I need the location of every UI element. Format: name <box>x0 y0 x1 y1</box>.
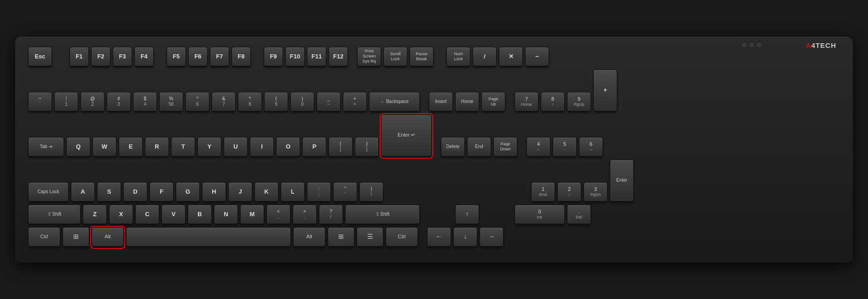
key-np4[interactable]: 4← <box>527 137 550 157</box>
key-quote[interactable]: "' <box>333 182 357 202</box>
key-np-enter[interactable]: Enter <box>610 160 634 202</box>
key-semicolon[interactable]: :; <box>307 182 331 202</box>
key-np-sub[interactable]: − <box>525 47 549 67</box>
key-0[interactable]: )0 <box>290 92 314 112</box>
key-f10[interactable]: F10 <box>285 47 305 67</box>
key-rbracket[interactable]: }] <box>355 137 379 157</box>
key-np6[interactable]: 6→ <box>579 137 603 157</box>
key-f4[interactable]: F4 <box>134 47 154 67</box>
key-pause[interactable]: PauseBreak <box>410 47 434 67</box>
key-tilde[interactable]: ~` <box>28 92 52 112</box>
key-s[interactable]: S <box>97 182 121 202</box>
key-pgup[interactable]: PageUp <box>481 92 505 112</box>
key-np3[interactable]: 3PgDn <box>584 182 608 202</box>
key-arrow-right[interactable]: → <box>480 227 503 247</box>
key-f9[interactable]: F9 <box>264 47 283 67</box>
key-c[interactable]: C <box>135 205 159 225</box>
key-scrlk[interactable]: ScrollLock <box>383 47 407 67</box>
key-rctrl[interactable]: Ctrl <box>386 227 418 247</box>
key-f6[interactable]: F6 <box>188 47 208 67</box>
key-arrow-down[interactable]: ↓ <box>453 227 477 247</box>
key-backslash[interactable]: |\ <box>359 182 383 202</box>
key-f5[interactable]: F5 <box>167 47 186 67</box>
key-space[interactable] <box>126 227 291 247</box>
key-9[interactable]: (9 <box>264 92 288 112</box>
key-x[interactable]: X <box>109 205 133 225</box>
key-f7[interactable]: F7 <box>210 47 229 67</box>
key-rshift[interactable]: ⇧ Shift <box>345 205 420 225</box>
key-capslock[interactable]: Caps Lock <box>28 182 69 202</box>
key-8[interactable]: *8 <box>238 92 262 112</box>
key-3[interactable]: #3 <box>107 92 131 112</box>
key-rwin[interactable]: ⊞ <box>328 227 354 247</box>
key-esc[interactable]: Esc <box>28 47 52 67</box>
key-w[interactable]: W <box>93 137 116 157</box>
key-lwin[interactable]: ⊞ <box>63 227 89 247</box>
key-j[interactable]: J <box>228 182 252 202</box>
key-slash[interactable]: ?/ <box>319 205 343 225</box>
key-np-dot[interactable]: .Del <box>567 205 591 225</box>
key-lbracket[interactable]: {[ <box>329 137 353 157</box>
key-f2[interactable]: F2 <box>91 47 110 67</box>
key-comma[interactable]: <, <box>266 205 290 225</box>
key-f11[interactable]: F11 <box>307 47 326 67</box>
key-numlk[interactable]: NumLock <box>446 47 470 67</box>
key-tab[interactable]: Tab ⇥ <box>28 137 64 157</box>
key-period[interactable]: >. <box>293 205 317 225</box>
key-k[interactable]: K <box>255 182 278 202</box>
key-y[interactable]: Y <box>197 137 221 157</box>
key-equals[interactable]: += <box>343 92 367 112</box>
key-enter[interactable]: Enter ↵ <box>381 115 432 157</box>
key-a[interactable]: A <box>71 182 95 202</box>
key-delete[interactable]: Delete <box>441 137 465 157</box>
key-insert[interactable]: Insert <box>429 92 453 112</box>
key-np0[interactable]: 0Ins <box>515 205 565 225</box>
key-r[interactable]: R <box>145 137 169 157</box>
key-5[interactable]: %5€ <box>159 92 183 112</box>
key-f[interactable]: F <box>150 182 174 202</box>
key-g[interactable]: G <box>176 182 200 202</box>
key-n[interactable]: N <box>214 205 238 225</box>
key-e[interactable]: E <box>119 137 143 157</box>
key-np-plus[interactable]: + <box>593 69 617 112</box>
key-f3[interactable]: F3 <box>113 47 132 67</box>
key-np-mul[interactable]: ✕ <box>499 47 523 67</box>
key-q[interactable]: Q <box>66 137 90 157</box>
key-np7[interactable]: 7Home <box>515 92 538 112</box>
key-np-div[interactable]: / <box>473 47 497 67</box>
key-1[interactable]: !1 <box>54 92 78 112</box>
key-2[interactable]: @2 <box>81 92 104 112</box>
key-d[interactable]: D <box>123 182 147 202</box>
key-arrow-left[interactable]: ← <box>427 227 451 247</box>
key-l[interactable]: L <box>281 182 305 202</box>
key-lshift[interactable]: ⇧ Shift <box>28 205 81 225</box>
key-4[interactable]: $4 <box>133 92 157 112</box>
key-b[interactable]: B <box>188 205 212 225</box>
key-t[interactable]: T <box>171 137 195 157</box>
key-prtsc[interactable]: PrintScreenSys Rq <box>357 47 381 67</box>
key-f12[interactable]: F12 <box>329 47 348 67</box>
key-arrow-up[interactable]: ↑ <box>455 205 479 225</box>
key-minus[interactable]: _− <box>317 92 341 112</box>
key-pgdn[interactable]: PageDown <box>493 137 517 157</box>
key-np9[interactable]: 9PgUp <box>567 92 591 112</box>
key-f1[interactable]: F1 <box>69 47 89 67</box>
key-np2[interactable]: 2↓ <box>557 182 581 202</box>
key-v[interactable]: V <box>162 205 185 225</box>
key-h[interactable]: H <box>202 182 226 202</box>
key-6[interactable]: ^6 <box>185 92 209 112</box>
key-backspace[interactable]: ← Backspace <box>369 92 420 112</box>
key-i[interactable]: I <box>250 137 274 157</box>
key-home[interactable]: Home <box>455 92 479 112</box>
key-end[interactable]: End <box>467 137 491 157</box>
key-u[interactable]: U <box>224 137 248 157</box>
key-menu[interactable]: ☰ <box>357 227 383 247</box>
key-ralt[interactable]: Alt <box>293 227 325 247</box>
key-f8[interactable]: F8 <box>231 47 251 67</box>
key-o[interactable]: O <box>276 137 300 157</box>
key-7[interactable]: &7 <box>212 92 236 112</box>
key-z[interactable]: Z <box>83 205 107 225</box>
key-lalt[interactable]: Alt <box>92 227 124 247</box>
key-np1[interactable]: 1End <box>531 182 555 202</box>
key-np5[interactable]: 5· <box>553 137 577 157</box>
